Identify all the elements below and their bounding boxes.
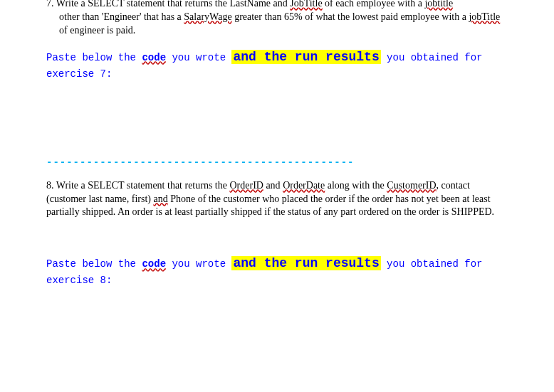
document-page: ----------------------------------------… <box>0 0 554 288</box>
q7-instr-code: code <box>142 52 166 63</box>
q7-text-2: of each employee with a <box>323 0 425 9</box>
q8-instruction: Paste below the code you wrote and the r… <box>46 254 508 288</box>
q8-squiggle-and: and <box>153 194 167 204</box>
q7-answer-area <box>46 93 508 154</box>
q7-highlight: and the run results <box>231 50 380 64</box>
question-7: 7. Write a SELECT statement that returns… <box>46 0 508 38</box>
q8-squiggle-orderdate: OrderDate <box>283 180 325 191</box>
q7-text-3: other than 'Engineer' that has a <box>59 11 184 22</box>
question-8: 8. Write a SELECT statement that returns… <box>46 179 508 220</box>
q8-squiggle-orderid: OrderID <box>229 180 263 191</box>
q7-text-4: greater than 65% of what the lowest paid… <box>232 11 469 22</box>
q7-text-5: of engineer is paid. <box>59 25 135 36</box>
q8-instr-code: code <box>142 258 166 270</box>
q8-mid-1: and <box>263 180 283 191</box>
q7-number: 7. <box>46 0 54 9</box>
q8-instr-a: Paste below the <box>46 258 142 270</box>
q8-text-1: Write a SELECT statement that returns th… <box>56 180 230 191</box>
q7-squiggle-salarywage: SalaryWage <box>184 11 231 22</box>
q7-instr-a: Paste below the <box>46 52 142 63</box>
divider-line-mid: ----------------------------------------… <box>46 157 508 168</box>
q8-mid-2: along with the <box>325 180 387 191</box>
q7-instruction: Paste below the code you wrote and the r… <box>46 48 508 82</box>
q8-spacer <box>46 229 508 254</box>
q7-instr-b: you wrote <box>166 52 231 63</box>
q8-highlight: and the run results <box>231 256 380 270</box>
q8-squiggle-customerid: CustomerID <box>387 180 436 191</box>
q8-number: 8. <box>46 180 54 191</box>
spacer <box>46 174 508 179</box>
q7-squiggle-jobtitle3: jobTitle <box>469 11 500 22</box>
q7-text-1: Write a SELECT statement that returns th… <box>56 0 290 9</box>
q7-squiggle-jobtitle2: jobtitle <box>424 0 453 9</box>
q7-squiggle-jobtitle: JobTitle <box>290 0 322 9</box>
q8-instr-b: you wrote <box>166 258 231 270</box>
